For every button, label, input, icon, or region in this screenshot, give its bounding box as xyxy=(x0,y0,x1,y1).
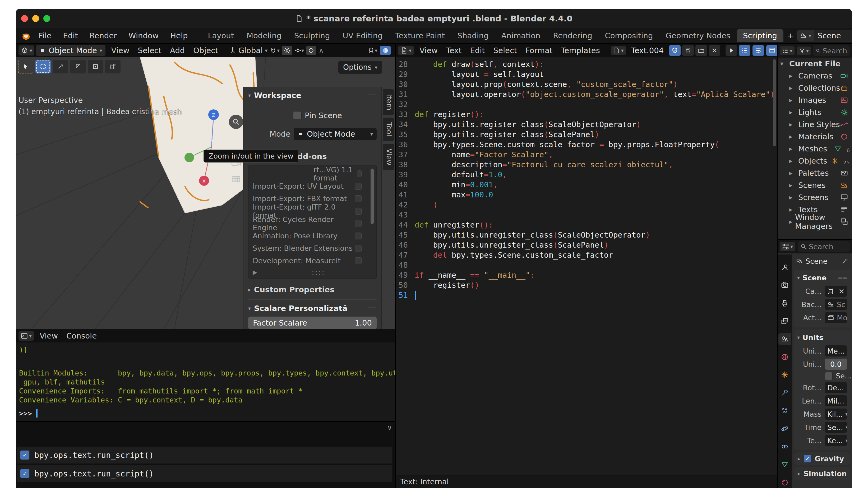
console-menu-view[interactable]: View xyxy=(35,330,62,341)
properties-tab-world[interactable] xyxy=(778,351,791,363)
text-menu-select[interactable]: Select xyxy=(489,45,521,56)
open-text-button[interactable] xyxy=(695,45,707,56)
properties-tab-modifiers[interactable] xyxy=(778,387,791,399)
addon-row[interactable]: Animation: Pose Library xyxy=(253,230,376,242)
select-circle-tool-button[interactable] xyxy=(53,60,68,74)
addon-scrollbar[interactable] xyxy=(371,169,374,224)
units-dropdown[interactable]: De...▾ xyxy=(825,382,847,393)
select-lasso-tool-button[interactable] xyxy=(70,60,86,74)
scene-property-field[interactable]: Mo xyxy=(825,312,847,323)
syntax-highlight-toggle[interactable] xyxy=(766,45,777,56)
measure-tool-button[interactable] xyxy=(105,60,121,74)
code-line[interactable]: 39 default=1.0, xyxy=(396,170,777,180)
properties-tab-output[interactable] xyxy=(778,297,791,309)
panel-drag-handle[interactable]: ══ xyxy=(368,92,377,99)
pin-scene-checkbox[interactable] xyxy=(293,111,301,120)
workspace-tab-compositing[interactable]: Compositing xyxy=(599,29,660,42)
clear-field-button[interactable]: ✕ xyxy=(838,287,844,295)
outliner-item-screens[interactable]: ▸Screens xyxy=(778,191,852,203)
word-wrap-toggle[interactable] xyxy=(753,45,764,56)
pin-icon[interactable] xyxy=(841,258,849,265)
editor-type-button[interactable]: ▾ xyxy=(780,242,795,251)
units-panel-header[interactable]: ▾Units══ xyxy=(797,332,847,343)
snap-toggle[interactable] xyxy=(282,46,292,55)
addon-checkbox[interactable] xyxy=(355,245,361,252)
code-line[interactable]: 29 layout = self.layout xyxy=(396,69,777,79)
properties-tab-object-data[interactable] xyxy=(778,459,791,470)
code-line[interactable]: 40 min=0.001, xyxy=(396,180,777,190)
fake-user-toggle[interactable] xyxy=(669,45,681,56)
properties-tab-material[interactable] xyxy=(778,477,791,489)
workspace-tab-layout[interactable]: Layout xyxy=(201,29,240,42)
line-numbers-toggle[interactable] xyxy=(739,45,750,56)
expand-chevron[interactable]: ▸ xyxy=(789,72,798,79)
text-datablock-browse[interactable]: ▾ xyxy=(611,46,626,55)
properties-tab-tool[interactable] xyxy=(778,261,791,273)
outliner-item-materials[interactable]: ▸Materials xyxy=(778,130,852,143)
scene-property-field[interactable]: ✕ xyxy=(825,286,847,297)
info-log-row[interactable]: ✓bpy.ops.text.run_script() xyxy=(17,465,392,482)
custom-properties-header[interactable]: ▸ Custom Properties xyxy=(248,285,377,294)
addon-checkbox[interactable] xyxy=(355,233,361,239)
code-line[interactable]: 46 bpy.utils.unregister_class(ScalePanel… xyxy=(396,240,777,250)
code-line[interactable]: 36 bpy.types.Scene.custom_scale_factor =… xyxy=(396,140,777,150)
sidebar-tab-item[interactable]: Item xyxy=(383,89,394,115)
addon-checkbox[interactable] xyxy=(355,183,361,190)
expand-chevron[interactable]: ▸ xyxy=(789,218,795,226)
outliner-item-window-managers[interactable]: ▸Window Managers xyxy=(778,216,852,228)
editor-type-button[interactable]: ▾ xyxy=(18,45,34,56)
python-console[interactable]: ▾ ViewConsole )] >>> Builtin Modules: bp… xyxy=(16,329,395,421)
addon-checkbox[interactable] xyxy=(357,170,361,177)
text-datablock-name[interactable]: Text.004 xyxy=(627,46,667,55)
menu-help[interactable]: Help xyxy=(165,30,193,42)
code-line[interactable]: 31 layout.operator("object.custom_scale_… xyxy=(396,89,777,99)
viewport-menu-select[interactable]: Select xyxy=(134,45,166,56)
editor-type-button[interactable]: ▾ xyxy=(398,46,414,55)
sidebar-tab-tool[interactable]: Tool xyxy=(383,118,394,141)
unlink-text-button[interactable]: ✕ xyxy=(709,45,720,56)
outliner-item-collections[interactable]: ▸Collections xyxy=(778,82,852,94)
snap-target-dropdown[interactable]: ▾ xyxy=(269,47,280,54)
workspace-tab-sculpting[interactable]: Sculpting xyxy=(288,29,336,42)
workspace-tab-modeling[interactable]: Modeling xyxy=(240,29,288,42)
viewport-menu-view[interactable]: View xyxy=(107,45,134,56)
new-text-button[interactable] xyxy=(682,45,694,56)
properties-tab-particles[interactable] xyxy=(778,405,791,417)
outliner-filter-dropdown[interactable]: ▾ xyxy=(797,47,811,55)
outliner-item-lights[interactable]: ▸Lights xyxy=(778,106,852,119)
outliner-item-cameras[interactable]: ▸Cameras xyxy=(778,70,852,82)
code-line[interactable]: 41 max=100.0 xyxy=(396,190,777,200)
console-prompt[interactable]: >>> xyxy=(19,409,37,418)
tweak-tool-button[interactable] xyxy=(18,60,33,74)
expand-chevron[interactable]: ▸ xyxy=(789,182,798,189)
expand-chevron[interactable]: ▸ xyxy=(789,206,798,213)
falloff-dropdown[interactable]: ∧ xyxy=(318,46,324,55)
properties-tab-scene[interactable] xyxy=(778,333,791,345)
addon-checkbox[interactable] xyxy=(355,195,361,202)
sidebar-tab-view[interactable]: View xyxy=(383,144,394,170)
code-line[interactable]: 50 register() xyxy=(396,280,777,290)
text-menu-text[interactable]: Text xyxy=(442,45,466,56)
workspace-mode-dropdown[interactable]: Object Mode ▾ xyxy=(294,128,377,140)
expand-chevron[interactable]: ▸ xyxy=(789,194,798,201)
render-preview-toggle[interactable] xyxy=(306,46,316,55)
proportional-edit-dropdown[interactable]: ▾ xyxy=(294,47,304,54)
select-box-tool-button[interactable] xyxy=(35,60,51,74)
units-dropdown[interactable]: Kil...▾ xyxy=(825,408,847,420)
addon-checkbox[interactable] xyxy=(355,220,361,227)
addon-row[interactable]: Import-Export: UV Layout xyxy=(253,180,376,192)
expand-chevron[interactable]: ▸ xyxy=(789,157,798,165)
separate-units-checkbox[interactable] xyxy=(825,372,833,380)
workspace-panel-header[interactable]: ▾ Workspace ══ xyxy=(248,91,377,100)
units-dropdown[interactable]: Se...▾ xyxy=(825,422,847,433)
menu-file[interactable]: File xyxy=(33,30,57,42)
scene-panel-header[interactable]: ▾Scene══ xyxy=(797,272,847,283)
workspace-tab-geometry-nodes[interactable]: Geometry Nodes xyxy=(659,29,737,42)
outliner-item-images[interactable]: ▸Images xyxy=(778,94,852,106)
addon-row[interactable]: Development: MeasureIt xyxy=(253,254,376,267)
outliner[interactable]: ▾ ▾ Search ▾ Current File ▸Cameras▸Colle… xyxy=(778,44,852,239)
expand-chevron[interactable]: ▸ xyxy=(789,96,798,104)
workspace-tab-rendering[interactable]: Rendering xyxy=(547,29,599,42)
code-line[interactable]: 49if __name__ == "__main__": xyxy=(396,270,777,280)
properties-search-input[interactable]: Search xyxy=(798,241,850,252)
